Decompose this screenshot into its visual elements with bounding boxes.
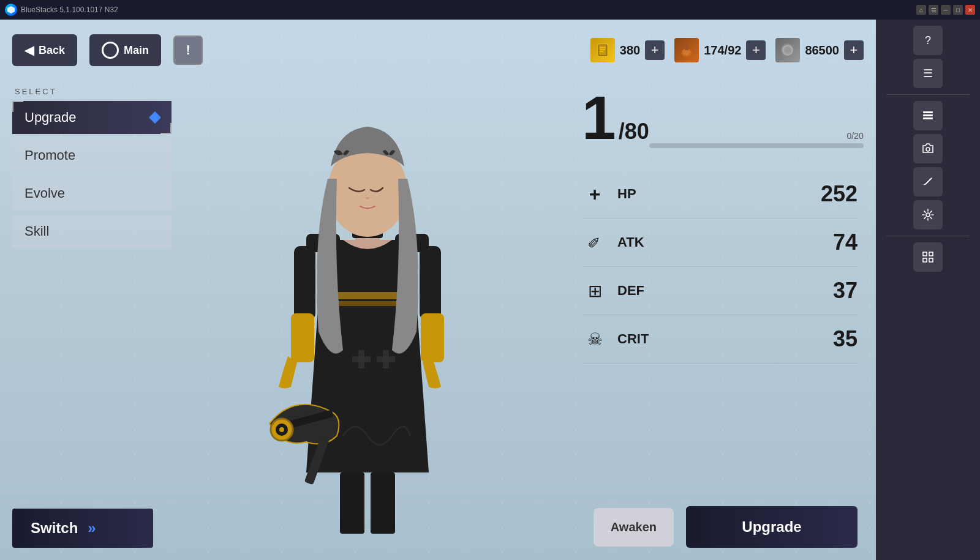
alert-icon[interactable]: ! <box>173 35 203 65</box>
toolbar-layers-button[interactable] <box>913 101 943 130</box>
topbar-resources: 380 + 174/92 + <box>590 38 864 62</box>
svg-rect-36 <box>923 118 933 119</box>
svg-rect-25 <box>421 313 444 362</box>
toolbar-divider-1 <box>886 94 970 95</box>
svg-point-11 <box>784 47 791 54</box>
character-sprite <box>221 118 514 546</box>
switch-button[interactable]: Switch » <box>12 509 153 548</box>
back-arrow-icon: ◀ <box>24 43 34 58</box>
atk-label: ATK <box>617 234 833 250</box>
svg-rect-17 <box>377 356 395 362</box>
svg-marker-0 <box>7 6 15 13</box>
svg-rect-41 <box>923 258 927 262</box>
hp-icon <box>582 181 608 207</box>
action-buttons: Awaken Upgrade <box>594 506 858 548</box>
svg-rect-22 <box>294 246 315 319</box>
back-label: Back <box>39 44 65 57</box>
sidebar: SELECT Upgrade Promote Evolve Skill <box>12 87 172 253</box>
level-row: 1 /80 0/20 <box>582 87 858 158</box>
toolbar-camera-button[interactable] <box>913 134 943 163</box>
level-max: /80 <box>619 119 649 144</box>
level-number: 1 <box>582 87 616 148</box>
coin-resource-group: 86500 + <box>775 38 864 62</box>
svg-rect-12 <box>340 472 364 534</box>
def-label: DEF <box>617 283 833 299</box>
atk-stat-row: ATK 74 <box>582 218 858 267</box>
skill-menu-label: Skill <box>24 223 49 239</box>
character-area <box>184 69 551 546</box>
topbar: ◀ Back Main ! 3 <box>0 20 876 81</box>
back-button[interactable]: ◀ Back <box>12 34 77 66</box>
svg-rect-13 <box>371 472 395 534</box>
svg-rect-2 <box>599 45 606 55</box>
toolbar-menu-button[interactable]: ☰ <box>913 59 943 88</box>
atk-icon <box>582 230 608 255</box>
toolbar-edit-button[interactable] <box>913 167 943 196</box>
menu-item-evolve[interactable]: Evolve <box>12 177 172 210</box>
toolbar-divider-2 <box>886 236 970 236</box>
restore-button[interactable]: □ <box>953 5 963 15</box>
potion-icon <box>674 38 699 62</box>
right-toolbar: ? ☰ <box>876 20 980 560</box>
potion-value: 174/92 <box>704 43 741 58</box>
switch-label: Switch <box>31 520 78 537</box>
svg-point-37 <box>926 147 930 151</box>
gold-add-button[interactable]: + <box>645 40 665 60</box>
coin-value: 86500 <box>805 43 839 58</box>
toolbar-settings-button[interactable] <box>913 200 943 230</box>
svg-point-8 <box>684 50 690 55</box>
diamond-icon <box>149 111 161 124</box>
upgrade-menu-label: Upgrade <box>24 110 76 125</box>
coin-icon <box>775 38 800 62</box>
potion-add-button[interactable]: + <box>746 40 766 60</box>
circle-icon <box>102 42 119 59</box>
evolve-menu-label: Evolve <box>24 185 65 201</box>
crit-label: CRIT <box>617 331 833 347</box>
gold-book-icon <box>590 38 615 62</box>
minimize-button[interactable]: ─ <box>941 5 951 15</box>
level-display: 1 /80 <box>582 87 649 148</box>
menu-item-upgrade[interactable]: Upgrade <box>12 101 172 134</box>
exp-bar-label: 0/20 <box>649 131 864 141</box>
gold-resource-group: 380 + <box>590 38 665 62</box>
game-area: ◀ Back Main ! 3 <box>0 20 876 560</box>
svg-rect-39 <box>923 252 927 256</box>
svg-rect-40 <box>929 252 933 256</box>
potion-resource-group: 174/92 + <box>674 38 766 62</box>
promote-menu-label: Promote <box>24 147 75 163</box>
coin-add-button[interactable]: + <box>844 40 864 60</box>
titlebar-left: BlueStacks 5.1.100.1017 N32 <box>5 4 118 16</box>
exp-bar-container: 0/20 <box>649 131 864 148</box>
svg-point-32 <box>279 427 284 432</box>
hp-stat-row: HP 252 <box>582 170 858 218</box>
def-icon <box>582 278 608 304</box>
def-stat-row: DEF 37 <box>582 267 858 315</box>
crit-value: 35 <box>833 326 858 352</box>
menu-item-skill[interactable]: Skill <box>12 215 172 248</box>
gold-value: 380 <box>620 43 640 58</box>
upgrade-action-button[interactable]: Upgrade <box>686 506 858 548</box>
window-home-button[interactable]: ⌂ <box>916 5 926 15</box>
svg-rect-35 <box>923 114 933 116</box>
select-label: SELECT <box>12 87 172 96</box>
hp-label: HP <box>617 186 821 202</box>
svg-rect-34 <box>923 111 933 113</box>
window-menu-button[interactable]: ☰ <box>929 5 938 15</box>
svg-rect-24 <box>420 246 441 319</box>
awaken-button[interactable]: Awaken <box>594 508 674 547</box>
main-button[interactable]: Main <box>89 34 161 66</box>
close-button[interactable]: ✕ <box>965 5 975 15</box>
toolbar-grid-button[interactable] <box>913 242 943 272</box>
exp-bar-background <box>649 143 864 148</box>
svg-rect-23 <box>291 313 314 362</box>
stats-panel: 1 /80 0/20 HP 252 ATK 74 DEF <box>582 87 858 364</box>
toolbar-help-button[interactable]: ? <box>913 26 943 55</box>
titlebar-controls: ⌂ ☰ ─ □ ✕ <box>916 5 975 15</box>
crit-icon <box>582 326 608 352</box>
def-value: 37 <box>833 278 858 304</box>
menu-item-promote[interactable]: Promote <box>12 139 172 172</box>
svg-rect-7 <box>685 45 688 50</box>
bluestacks-logo-icon <box>5 4 17 16</box>
titlebar-title: BlueStacks 5.1.100.1017 N32 <box>21 6 118 14</box>
svg-rect-15 <box>352 356 371 362</box>
